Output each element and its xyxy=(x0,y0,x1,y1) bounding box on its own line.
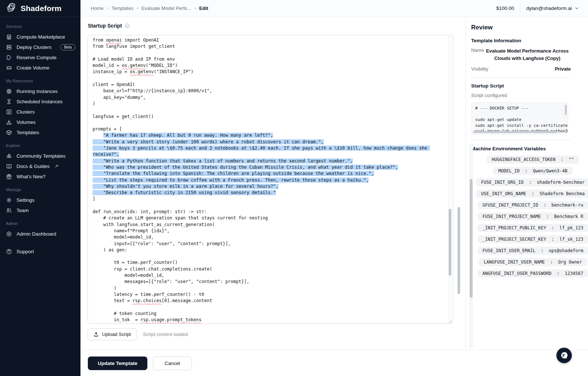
topbar-divider xyxy=(520,4,520,12)
upload-status-text: Script content loaded xyxy=(143,332,188,337)
sidebar-item-deploy-clusters[interactable]: Deploy ClustersBeta xyxy=(0,42,80,52)
account-balance: $100.00 xyxy=(496,6,514,11)
page-scrollbar-thumb[interactable] xyxy=(458,207,460,294)
code-selected-text: "A farmer has 17 sheep. All but 9 run aw… xyxy=(93,133,430,195)
sidebar-item-label: Community Templates xyxy=(17,153,65,159)
sidebar-section-my-resources: My Resources xyxy=(6,79,75,83)
sidebar-item-label: Settings xyxy=(17,197,35,203)
sidebar-item-running-instances[interactable]: Running Instances xyxy=(0,86,80,96)
sidebar-item-label: Running Instances xyxy=(17,89,58,94)
update-template-button[interactable]: Update Template xyxy=(88,357,147,370)
script-configured-status: Script configured xyxy=(471,93,571,98)
cpu-chip-icon xyxy=(6,88,12,94)
sidebar-item-label: Deploy Clusters xyxy=(17,44,51,50)
action-footer: Update Template Cancel xyxy=(80,350,588,376)
env-var-pill: ANGFUSE_INIT_USER_PASSWORD : 1234567 xyxy=(477,269,588,277)
community-icon xyxy=(6,153,12,159)
sidebar-item-label: Volumes xyxy=(17,119,36,125)
chat-bubble-icon xyxy=(560,351,569,360)
startup-script-heading: Startup Script xyxy=(471,83,571,89)
sidebar-item-docs-guides[interactable]: Docs & Guides↗ xyxy=(0,161,80,171)
sidebar-item-label: Team xyxy=(17,208,29,213)
sidebar-item-community-templates[interactable]: Community Templates xyxy=(0,151,80,161)
editor-scrollbar-thumb[interactable] xyxy=(449,209,451,276)
storefront-icon xyxy=(6,34,12,40)
reserve-compute-icon xyxy=(6,54,12,61)
review-panel: Review Template Information Name Evaluat… xyxy=(466,17,588,350)
env-var-pill: FUSE_INIT_USER_EMAIL : ops@shadeform xyxy=(477,247,588,255)
team-icon xyxy=(6,207,12,214)
sidebar-section-admin: Admin xyxy=(6,221,75,226)
sidebar-item-clusters[interactable]: Clusters xyxy=(0,107,80,117)
upload-script-button[interactable]: Upload Script xyxy=(87,328,137,340)
breadcrumb-separator: › xyxy=(137,6,138,11)
sidebar-item-admin-dashboard[interactable]: Admin Dashboard xyxy=(0,229,80,239)
chat-button[interactable] xyxy=(556,348,572,363)
sidebar-item-label: Admin Dashboard xyxy=(17,231,56,237)
sidebar-item-team[interactable]: Team xyxy=(0,205,80,215)
sidebar-item-create-volume[interactable]: Create Volume xyxy=(0,62,80,73)
gift-icon xyxy=(6,173,12,180)
sidebar-section-manage: Manage xyxy=(6,187,75,192)
upload-icon xyxy=(93,332,99,337)
misspelled-token: openai xyxy=(106,37,122,43)
upload-button-label: Upload Script xyxy=(102,332,131,337)
env-var-pill: MODEL_ID : Qwen/Qwen3-4B xyxy=(493,167,573,175)
env-var-list: HUGGINGFACE_ACCESS_TOKEN : ""MODEL_ID : … xyxy=(476,155,588,277)
breadcrumb-home[interactable]: Home xyxy=(91,6,104,11)
misspelled-token: rsp.choices xyxy=(132,298,161,303)
admin-gear-icon xyxy=(6,231,12,237)
panel-divider xyxy=(471,77,571,78)
drive-icon xyxy=(6,65,12,71)
breadcrumb-separator: › xyxy=(194,6,196,11)
env-var-pill: FUSE_INIT_ORG_ID : shadeform-benchmar xyxy=(476,178,588,186)
review-title: Review xyxy=(471,24,571,31)
topbar-right: $100.00 dylan@shadeform.ai xyxy=(496,4,579,12)
visibility-label: Visibility xyxy=(471,66,488,72)
env-var-pill: _INIT_PROJECT_SECRET_KEY : lf_sk_123 xyxy=(477,235,588,243)
template-name-row: Name Evaluate Model Performance Across C… xyxy=(471,47,571,62)
script-preview-code: # --- DOCKER SETUP --- sudo apt-get upda… xyxy=(475,105,563,134)
sidebar-item-reserve-compute[interactable]: Reserve Compute xyxy=(0,52,80,62)
code-before-selection: from openai import OpenAI from langfuse … xyxy=(93,37,212,138)
breadcrumb-separator: › xyxy=(107,6,108,11)
sidebar-item-volumes[interactable]: Volumes xyxy=(0,117,80,127)
account-menu[interactable]: dylan@shadeform.ai xyxy=(526,6,579,11)
external-link-icon: ↗ xyxy=(55,164,58,169)
info-icon[interactable] xyxy=(125,23,130,28)
env-var-pill: GFUSE_INIT_PROJECT_ID : benchmark-ru xyxy=(477,201,588,209)
startup-script-title: Startup Script xyxy=(88,23,130,29)
panel-scrollbar-thumb[interactable] xyxy=(470,179,473,298)
topbar: Home›Templates›Evaluate Model Perfo...›E… xyxy=(80,0,588,17)
sidebar-item-label: Compute Marketplace xyxy=(17,34,65,40)
sidebar-item-label: Reserve Compute xyxy=(17,55,57,60)
sidebar-item-what-s-new[interactable]: What's New? xyxy=(0,171,80,182)
panel-scrollbar-track[interactable] xyxy=(469,143,473,348)
sidebar-item-scheduled-instances[interactable]: Scheduled Instances xyxy=(0,96,80,107)
sidebar-item-settings[interactable]: Settings xyxy=(0,195,80,205)
brand-name: Shadeform xyxy=(21,4,62,13)
visibility-row: Visibility Private xyxy=(471,66,571,72)
breadcrumb-templates[interactable]: Templates xyxy=(112,6,133,11)
panel-divider xyxy=(471,140,571,140)
sidebar-item-support[interactable]: Support xyxy=(0,246,80,257)
resize-handle-icon[interactable] xyxy=(448,318,452,322)
script-preview-box[interactable]: # --- DOCKER SETUP --- sudo apt-get upda… xyxy=(471,102,568,135)
hourglass-icon xyxy=(6,99,12,105)
server-stack-icon xyxy=(6,44,12,50)
sidebar-nav: ServicesCompute MarketplaceDeploy Cluste… xyxy=(0,17,80,257)
shadeform-logo-icon xyxy=(6,2,17,15)
cube-icon xyxy=(6,129,12,136)
startup-script-label: Startup Script xyxy=(88,23,122,29)
env-var-pill: FUSE_INIT_PROJECT_NAME : Benchmark R xyxy=(477,212,588,221)
cancel-button[interactable]: Cancel xyxy=(153,357,192,370)
brand-logo[interactable]: Shadeform xyxy=(0,0,80,17)
sidebar-item-templates[interactable]: Templates xyxy=(0,127,80,137)
breadcrumb-evaluate-model-perfo[interactable]: Evaluate Model Perfo... xyxy=(141,6,191,11)
preview-horizontal-scrollbar-thumb[interactable] xyxy=(473,131,557,133)
editor-scrollbar-track[interactable] xyxy=(448,36,453,323)
gear-icon xyxy=(6,197,12,203)
startup-script-editor[interactable]: from openai import OpenAI from langfuse … xyxy=(87,35,453,324)
preview-vertical-scrollbar-thumb[interactable] xyxy=(565,105,567,115)
sidebar-item-compute-marketplace[interactable]: Compute Marketplace xyxy=(0,32,80,42)
